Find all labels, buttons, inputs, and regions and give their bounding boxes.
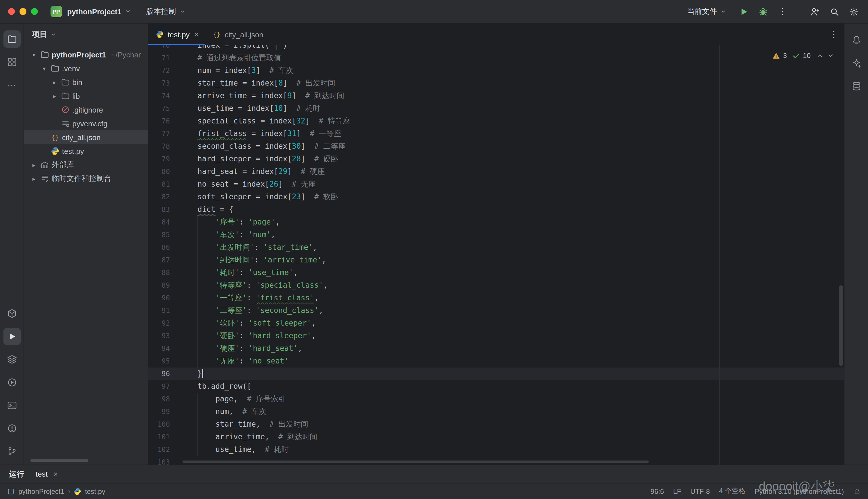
code-line-79[interactable]: 79hard_sleeper = index[28] # 硬卧 [148, 153, 844, 166]
line-number[interactable]: 87 [148, 254, 180, 266]
code-line-89[interactable]: 89 '特等座': 'special_class', [148, 279, 844, 292]
code-line-103[interactable]: 103 [148, 456, 844, 464]
git-toolwindow-button[interactable] [3, 443, 20, 460]
tree-item-external-libraries[interactable]: ▸ 外部库 [24, 158, 148, 172]
panel-horizontal-scrollbar[interactable] [30, 459, 88, 462]
code-line-97[interactable]: 97tb.add_row([ [148, 380, 844, 393]
close-icon[interactable]: × [194, 31, 199, 38]
code-line-78[interactable]: 78second_class = index[30] # 二等座 [148, 140, 844, 153]
settings-button[interactable] [846, 4, 861, 19]
line-number[interactable]: 83 [148, 203, 180, 216]
code-line-87[interactable]: 87 '到达时间': 'arrive_time', [148, 254, 844, 266]
inspections-widget[interactable]: 3 10 [770, 48, 837, 63]
tab-test-py[interactable]: test.py × [148, 24, 205, 45]
code-line-84[interactable]: 84 '序号': 'page', [148, 216, 844, 229]
debug-button[interactable] [756, 4, 770, 19]
code-line-74[interactable]: 74arrive_time = index[9] # 到达时间 [148, 89, 844, 102]
search-everywhere-button[interactable] [827, 4, 842, 19]
run-toolwindow-title[interactable]: 运行 [9, 469, 24, 479]
line-number[interactable]: 103 [148, 456, 180, 464]
line-number[interactable]: 88 [148, 266, 180, 279]
line-number[interactable]: 70 [148, 45, 180, 52]
run-toolwindow-button[interactable] [3, 328, 20, 345]
python-packages-button[interactable] [3, 305, 20, 322]
line-number[interactable]: 94 [148, 342, 180, 355]
project-toolwindow-button[interactable] [3, 31, 20, 48]
line-number[interactable]: 101 [148, 431, 180, 443]
next-problem-button[interactable] [827, 52, 835, 60]
notifications-button[interactable] [848, 32, 865, 49]
code-line-91[interactable]: 91 '二等座': 'second_class', [148, 304, 844, 317]
previous-problem-button[interactable] [816, 52, 824, 60]
code-line-94[interactable]: 94 '硬座': 'hard_seat', [148, 342, 844, 355]
line-number[interactable]: 82 [148, 191, 180, 203]
code-line-76[interactable]: 76special_class = index[32] # 特等座 [148, 115, 844, 127]
tree-item-bin[interactable]: ▸ bin [24, 75, 148, 89]
code-line-75[interactable]: 75use_time = index[10] # 耗时 [148, 102, 844, 115]
code-with-me-button[interactable] [807, 4, 822, 19]
caret-position-widget[interactable]: 96:6 [650, 487, 664, 495]
structure-toolwindow-button[interactable] [3, 53, 20, 71]
line-number[interactable]: 100 [148, 418, 180, 431]
line-number[interactable]: 85 [148, 229, 180, 241]
code-line-96[interactable]: 96} [148, 367, 844, 380]
encoding-widget[interactable]: UTF-8 [690, 487, 710, 495]
tab-options-button[interactable]: ⋮ [830, 24, 838, 45]
code-line-85[interactable]: 85 '车次': 'num', [148, 229, 844, 241]
line-number[interactable]: 81 [148, 178, 180, 191]
line-number[interactable]: 99 [148, 405, 180, 418]
tree-item-venv[interactable]: ▾ .venv [24, 61, 148, 75]
horizontal-scrollbar[interactable] [183, 461, 649, 463]
run-config-selector[interactable]: 当前文件 [687, 6, 727, 17]
ai-assistant-button[interactable] [848, 54, 865, 72]
chevron-right-icon[interactable]: ▸ [30, 162, 38, 168]
code-line-95[interactable]: 95 '无座': 'no_seat' [148, 355, 844, 367]
line-number[interactable]: 71 [148, 52, 180, 64]
line-number[interactable]: 97 [148, 380, 180, 393]
vcs-widget[interactable]: 版本控制 [146, 6, 186, 17]
problems-button[interactable] [3, 420, 20, 437]
line-number[interactable]: 90 [148, 292, 180, 304]
line-number[interactable]: 79 [148, 153, 180, 166]
tree-item-test-py[interactable]: test.py [24, 144, 148, 158]
run-tab[interactable]: test × [36, 470, 58, 478]
line-number[interactable]: 93 [148, 330, 180, 342]
tree-item-pythonproject1[interactable]: ▾ pythonProject1 ~/Pychar [24, 48, 148, 61]
zoom-window-button[interactable] [31, 8, 38, 15]
services-toolwindow-button[interactable] [3, 351, 20, 368]
run-button[interactable] [736, 4, 751, 19]
code-line-100[interactable]: 100 star_time, # 出发时间 [148, 418, 844, 431]
more-actions-button[interactable]: ⋮ [775, 4, 790, 19]
chevron-right-icon[interactable]: ▸ [50, 93, 59, 99]
tree-item-city-all-json[interactable]: {} city_all.json [24, 130, 148, 144]
database-toolwindow-button[interactable] [848, 77, 865, 95]
statusbar-file[interactable]: test.py [85, 487, 106, 495]
line-number[interactable]: 92 [148, 317, 180, 330]
code-editor[interactable]: 70index = i.split('|')71# 通过列表索引位置取值72nu… [148, 45, 844, 464]
line-number[interactable]: 74 [148, 89, 180, 102]
line-number[interactable]: 75 [148, 102, 180, 115]
code-line-72[interactable]: 72num = index[3] # 车次 [148, 64, 844, 77]
tree-item-scratches[interactable]: ▸ 临时文件和控制台 [24, 172, 148, 185]
code-line-80[interactable]: 80hard_seat = index[29] # 硬座 [148, 166, 844, 178]
code-line-98[interactable]: 98 page, # 序号索引 [148, 393, 844, 405]
code-line-102[interactable]: 102 use_time, # 耗时 [148, 443, 844, 456]
lock-icon[interactable] [853, 487, 861, 495]
code-line-83[interactable]: 83dict = { [148, 203, 844, 216]
line-number[interactable]: 77 [148, 127, 180, 140]
code-line-73[interactable]: 73star_time = index[8] # 出发时间 [148, 77, 844, 89]
code-line-93[interactable]: 93 '硬卧': 'hard_sleeper', [148, 330, 844, 342]
vertical-scrollbar[interactable] [839, 285, 843, 366]
line-number[interactable]: 95 [148, 355, 180, 367]
code-line-70[interactable]: 70index = i.split('|') [148, 45, 844, 52]
code-line-86[interactable]: 86 '出发时间': 'star_time', [148, 241, 844, 254]
line-number[interactable]: 72 [148, 64, 180, 77]
line-number[interactable]: 80 [148, 166, 180, 178]
line-number[interactable]: 73 [148, 77, 180, 89]
code-line-101[interactable]: 101 arrive_time, # 到达时间 [148, 431, 844, 443]
close-window-button[interactable] [8, 8, 15, 15]
line-number[interactable]: 91 [148, 304, 180, 317]
line-number[interactable]: 78 [148, 140, 180, 153]
code-line-77[interactable]: 77frist_class = index[31] # 一等座 [148, 127, 844, 140]
line-number[interactable]: 102 [148, 443, 180, 456]
